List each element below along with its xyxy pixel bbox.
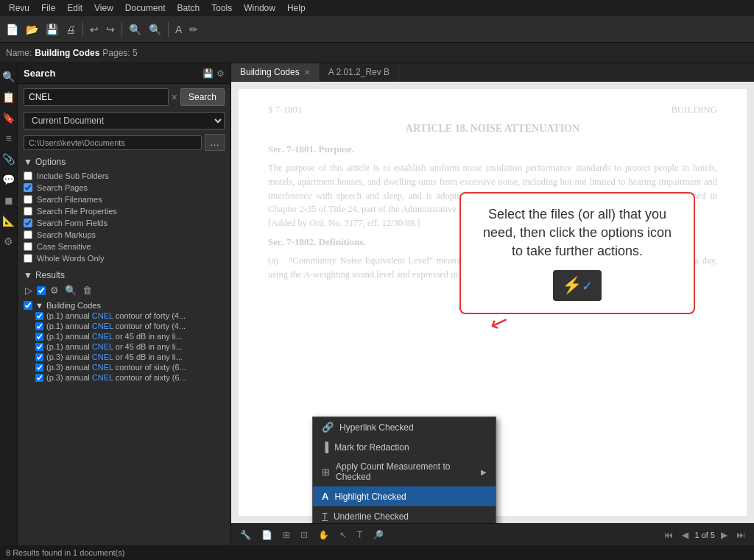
bottom-nav-cursor-btn[interactable]: ↖: [337, 528, 350, 542]
result-item-2[interactable]: (p.1) annual CNEL or 45 dB in any li...: [24, 331, 225, 341]
bottom-nav-zoom-btn[interactable]: 🔎: [370, 528, 387, 542]
sidebar-stamps-icon[interactable]: ◼: [0, 190, 17, 210]
bottom-nav-grid-btn[interactable]: ⊞: [280, 528, 293, 542]
menu-batch[interactable]: Batch: [172, 0, 206, 16]
sidebar-bookmarks-icon[interactable]: 🔖: [0, 107, 17, 128]
search-path-row: …: [18, 132, 230, 154]
toolbar-print[interactable]: 🖨: [63, 22, 79, 37]
toolbar-zoom-in[interactable]: 🔍: [126, 22, 144, 37]
tab-building-codes-label: Building Codes: [240, 67, 300, 77]
menu-edit[interactable]: Edit: [61, 0, 88, 16]
result-item-checkbox-0[interactable]: [35, 312, 43, 320]
options-header[interactable]: ▼ Options: [24, 157, 225, 167]
sidebar-layers-icon[interactable]: ≡: [0, 128, 17, 149]
sidebar-measure-icon[interactable]: 📐: [0, 210, 17, 231]
result-item-checkbox-6[interactable]: [35, 374, 43, 382]
result-item-3[interactable]: (p.1) annual CNEL or 45 dB in any li...: [24, 341, 225, 352]
results-delete-icon[interactable]: 🗑: [81, 283, 94, 297]
search-settings-icon[interactable]: ⚙: [216, 68, 225, 79]
menu-revu[interactable]: Revu: [3, 0, 35, 16]
sidebar-search-icon[interactable]: 🔍: [0, 66, 17, 87]
sidebar-properties-icon[interactable]: ⚙: [0, 231, 17, 252]
result-item-5[interactable]: (p.3) annual CNEL contour of sixty (6...: [24, 362, 225, 372]
search-filenames-label: Search Filenames: [37, 195, 102, 204]
search-markups-checkbox[interactable]: [24, 230, 32, 239]
context-hyperlink-checked[interactable]: 🔗 Hyperlink Checked: [313, 417, 496, 437]
search-filenames-checkbox[interactable]: [24, 195, 32, 204]
results-header-label: Results: [35, 270, 65, 280]
context-apply-count[interactable]: ⊞ Apply Count Measurement to Checked ▶: [313, 457, 496, 486]
result-item-6[interactable]: (p.3) annual CNEL contour of sixty (6...: [24, 372, 225, 383]
search-path-input[interactable]: [24, 135, 202, 150]
case-sensitive-checkbox[interactable]: [24, 242, 32, 251]
results-select-all-checkbox[interactable]: [37, 286, 46, 295]
menu-tools[interactable]: Tools: [205, 0, 238, 16]
result-item-checkbox-3[interactable]: [35, 343, 43, 351]
search-clear-button[interactable]: ×: [172, 91, 177, 103]
highlight-icon: A: [322, 491, 328, 502]
bottom-nav-page-btn[interactable]: 📄: [258, 528, 275, 542]
result-group-checkbox[interactable]: [24, 301, 32, 310]
toolbar-redo[interactable]: ↪: [103, 22, 118, 37]
nav-last-button[interactable]: ⏭: [733, 528, 748, 542]
results-search-icon[interactable]: 🔍: [63, 283, 78, 297]
bottom-nav-hand-btn[interactable]: ✋: [315, 528, 332, 542]
menu-window[interactable]: Window: [238, 0, 281, 16]
nav-prev-button[interactable]: ◀: [679, 528, 691, 542]
context-highlight-checked[interactable]: A Highlight Checked: [313, 486, 496, 506]
menu-help[interactable]: Help: [281, 0, 311, 16]
search-input[interactable]: CNEL: [24, 88, 169, 106]
sidebar-comments-icon[interactable]: 💬: [0, 169, 17, 190]
results-options-icon[interactable]: ⚙: [49, 283, 60, 297]
search-panel-header: Search 💾 ⚙: [18, 63, 230, 84]
nav-first-button[interactable]: ⏮: [661, 528, 676, 542]
context-underline-checked[interactable]: T Underline Checked: [313, 506, 496, 523]
toolbar-open[interactable]: 📂: [23, 22, 41, 37]
tab-a2012[interactable]: A 2.01.2_Rev B: [320, 63, 399, 81]
search-pages-checkbox[interactable]: [24, 183, 32, 192]
toolbar-save[interactable]: 💾: [43, 22, 61, 37]
result-item-checkbox-4[interactable]: [35, 353, 43, 361]
bottom-nav-tools-btn[interactable]: 🔧: [237, 528, 254, 542]
search-path-browse-button[interactable]: …: [205, 134, 225, 151]
search-form-fields-checkbox[interactable]: [24, 219, 32, 227]
results-toolbar: ▷ ⚙ 🔍 🗑: [24, 283, 225, 297]
search-scope-row: Current Document All Open Documents Fold…: [18, 110, 230, 132]
result-item-checkbox-5[interactable]: [35, 364, 43, 372]
bottom-nav-text-btn[interactable]: T: [354, 528, 365, 542]
result-item-4[interactable]: (p.3) annual CNEL or 45 dB in any li...: [24, 352, 225, 362]
nav-next-button[interactable]: ▶: [718, 528, 730, 542]
menu-document[interactable]: Document: [119, 0, 172, 16]
results-expand-icon[interactable]: ▷: [24, 283, 34, 297]
toolbar-highlight[interactable]: A: [172, 22, 185, 37]
include-sub-folders-checkbox[interactable]: [24, 171, 32, 180]
whole-words-only-checkbox[interactable]: [24, 254, 32, 263]
search-file-props-checkbox[interactable]: [24, 207, 32, 216]
tab-building-codes[interactable]: Building Codes ✕: [231, 63, 320, 81]
search-button[interactable]: Search: [180, 88, 225, 106]
option-search-pages: Search Pages: [24, 182, 225, 194]
tab-building-codes-close-icon[interactable]: ✕: [304, 68, 310, 77]
menu-file[interactable]: File: [35, 0, 61, 16]
redaction-icon: ▐: [322, 442, 328, 453]
result-item-checkbox-2[interactable]: [35, 333, 43, 341]
result-item-checkbox-1[interactable]: [35, 322, 43, 330]
results-header[interactable]: ▼ Results: [24, 270, 225, 280]
result-group-expand-icon: ▼: [35, 301, 43, 310]
search-scope-select[interactable]: Current Document All Open Documents Fold…: [24, 112, 225, 130]
sidebar-attachments-icon[interactable]: 📎: [0, 149, 17, 169]
result-item-text-1: (p.1) annual CNEL contour of forty (4...: [46, 322, 186, 330]
search-save-icon[interactable]: 💾: [202, 68, 214, 79]
result-item-0[interactable]: (p.1) annual CNEL contour of forty (4...: [24, 311, 225, 321]
toolbar-new[interactable]: 📄: [3, 22, 21, 37]
context-mark-redaction[interactable]: ▐ Mark for Redaction: [313, 437, 496, 457]
toolbar-zoom-out[interactable]: 🔍: [146, 22, 164, 37]
sidebar-pages-icon[interactable]: 📋: [0, 87, 17, 107]
toolbar-undo[interactable]: ↩: [87, 22, 102, 37]
menu-view[interactable]: View: [88, 0, 119, 16]
toolbar-pen[interactable]: ✏: [186, 22, 201, 37]
bottom-nav-fit-btn[interactable]: ⊡: [297, 528, 311, 542]
result-group-header[interactable]: ▼ Building Codes: [24, 300, 225, 311]
result-item-1[interactable]: (p.1) annual CNEL contour of forty (4...: [24, 321, 225, 331]
separator-1: [82, 22, 83, 37]
